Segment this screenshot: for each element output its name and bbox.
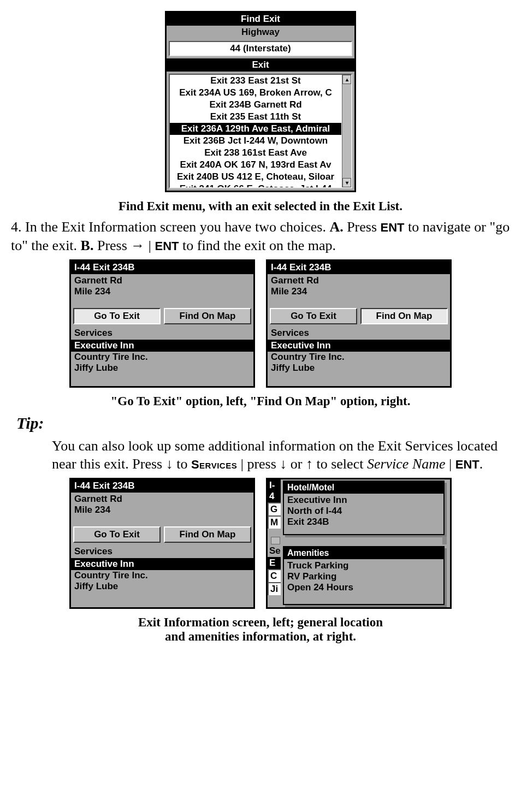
scroll-fragment-icon [442,537,447,544]
hotel-details: Executive Inn North of I-44 Exit 234B [284,494,443,532]
tip-heading: Tip: [16,414,510,432]
title-bar: Find Exit [167,13,354,26]
exit-road: Garnett Rd [74,494,250,505]
find-on-map-button[interactable]: Find On Map [360,308,448,324]
scroll-fragment-icon [271,537,280,544]
list-item-selected[interactable]: Exit 236A 129th Ave East, Admiral [170,123,341,135]
list-item-selected[interactable]: Executive Inn [71,558,253,570]
figure-caption: Exit Information screen, left; general l… [11,615,510,630]
scrollbar[interactable]: ▴ ▾ [342,75,351,187]
amenities-popup-window: I-4 G M Se E C Ji Hotel/Motel Executive … [266,478,452,609]
exit-mile: Mile 234 [74,505,250,515]
background-left-strip-lower: Se E C Ji [268,545,281,607]
exit-info-window-tip: I-44 Exit 234B Garnett Rd Mile 234 Go To… [69,478,255,609]
list-item[interactable]: Jiffy Lube [74,581,250,592]
find-on-map-button[interactable]: Find On Map [164,308,251,324]
list-item[interactable]: Country Tire Inc. [74,352,250,363]
amenities-card: Amenities Truck Parking RV Parking Open … [283,546,445,605]
list-item[interactable]: Exit 241 OK 66 E, Catoosa, Jct I-44 [170,183,341,188]
list-item[interactable]: Exit 234B Garnett Rd [170,99,341,111]
list-item[interactable]: Jiffy Lube [74,363,250,374]
hotel-name: Executive Inn [287,495,440,506]
exit-road: Garnett Rd [271,275,447,286]
exit-list[interactable]: Exit 233 East 21st St Exit 234A US 169, … [169,74,352,188]
list-item[interactable]: Exit 238 161st East Ave [170,147,341,159]
list-item[interactable]: Country Tire Inc. [271,352,447,363]
amenity-item: Truck Parking [287,560,440,571]
services-list[interactable]: Executive Inn Country Tire Inc. Jiffy Lu… [71,558,253,604]
go-to-exit-button[interactable]: Go To Exit [270,308,357,324]
list-item-selected[interactable]: Executive Inn [268,340,450,352]
services-list[interactable]: Executive Inn Country Tire Inc. Jiffy Lu… [71,340,253,386]
exit-details: Garnett Rd Mile 234 [268,274,450,308]
title-bar: I-44 Exit 234B [71,261,253,274]
list-item-selected[interactable]: Executive Inn [71,340,253,352]
instruction-paragraph: 4. In the Exit Information screen you ha… [11,218,510,255]
list-item[interactable]: Exit 236B Jct I-244 W, Downtown [170,135,341,147]
hotel-direction: North of I-44 [287,506,440,517]
services-label: Services [71,327,253,340]
list-item[interactable]: Exit 233 East 21st St [170,75,341,87]
list-item[interactable]: Country Tire Inc. [74,570,250,581]
exit-info-window-map: I-44 Exit 234B Garnett Rd Mile 234 Go To… [266,259,452,388]
exit-details: Garnett Rd Mile 234 [71,274,253,308]
figure-caption: and amenities information, at right. [11,630,510,644]
amenity-item: RV Parking [287,571,440,582]
hotel-label: Hotel/Motel [284,482,443,494]
list-item[interactable]: Exit 235 East 11th St [170,111,341,123]
title-bar: I-44 Exit 234B [268,261,450,274]
amenities-list: Truck Parking RV Parking Open 24 Hours [284,559,443,597]
list-item[interactable]: Exit 240A OK 167 N, 193rd East Av [170,159,341,171]
find-on-map-button[interactable]: Find On Map [164,526,251,543]
amenities-label: Amenities [284,547,443,559]
exit-info-window-go: I-44 Exit 234B Garnett Rd Mile 234 Go To… [69,259,255,388]
list-item[interactable]: Exit 240B US 412 E, Choteau, Siloar [170,171,341,183]
scroll-down-icon[interactable]: ▾ [342,178,351,187]
figure-caption: "Go To Exit" option, left, "Find On Map"… [11,394,510,408]
exit-road: Garnett Rd [74,275,250,286]
exit-mile: Mile 234 [74,286,250,297]
amenity-item: Open 24 Hours [287,582,440,593]
go-to-exit-button[interactable]: Go To Exit [73,308,161,324]
hotel-exit: Exit 234B [287,517,440,527]
figure-caption: Find Exit menu, with an exit selected in… [11,199,510,214]
find-exit-window: Find Exit Highway 44 (Interstate) Exit E… [165,11,356,192]
exit-mile: Mile 234 [271,286,447,297]
exit-details: Garnett Rd Mile 234 [71,493,253,526]
hotel-card: Hotel/Motel Executive Inn North of I-44 … [283,481,445,535]
services-list[interactable]: Executive Inn Country Tire Inc. Jiffy Lu… [268,340,450,386]
go-to-exit-button[interactable]: Go To Exit [73,526,161,543]
services-label: Services [268,327,450,340]
list-item[interactable]: Exit 234A US 169, Broken Arrow, C [170,87,341,99]
highway-input[interactable]: 44 (Interstate) [169,41,352,56]
tip-paragraph: You can also look up some additional inf… [52,437,499,474]
title-bar: I-44 Exit 234B [71,479,253,493]
exit-label: Exit [167,58,354,72]
list-item[interactable]: Jiffy Lube [271,363,447,374]
scroll-up-icon[interactable]: ▴ [342,75,351,84]
services-label: Services [71,545,253,558]
highway-label: Highway [167,26,354,39]
